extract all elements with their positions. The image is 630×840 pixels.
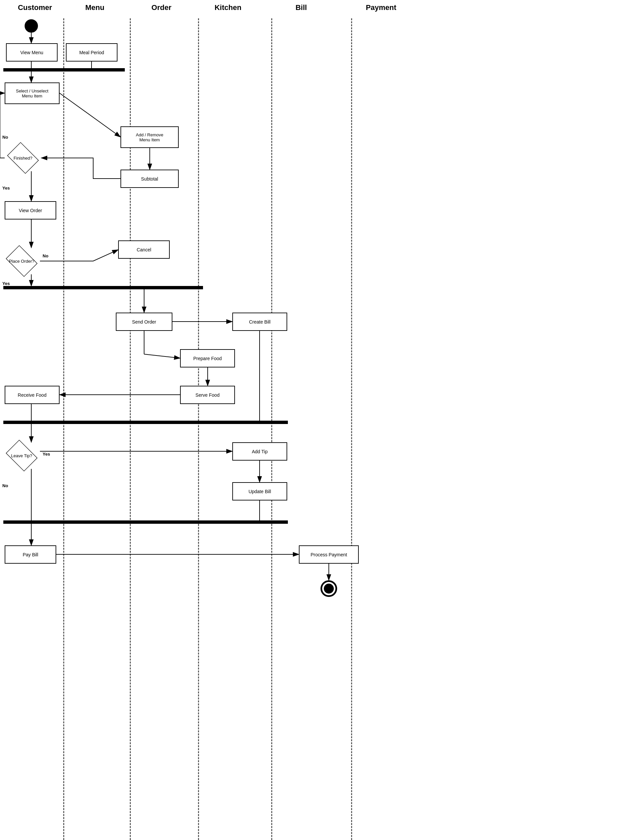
sync-bar-1: [3, 68, 125, 71]
no-label-1: No: [2, 135, 8, 140]
update-bill-box: Update Bill: [232, 482, 287, 501]
finished-diamond: Finished?: [5, 145, 41, 171]
arrows-svg: [0, 0, 630, 840]
no-label-2: No: [43, 253, 48, 258]
swimlane-payment: Payment: [353, 3, 409, 12]
cancel-box: Cancel: [118, 240, 170, 259]
sync-bar-4: [3, 520, 288, 524]
subtotal-box: Subtotal: [120, 170, 179, 188]
swimlane-kitchen: Kitchen: [200, 3, 256, 12]
send-order-box: Send Order: [116, 313, 173, 331]
place-order-diamond: Place Order?: [3, 248, 40, 274]
receive-food-box: Receive Food: [5, 386, 60, 404]
swimlane-line-3: [198, 18, 199, 840]
swimlane-customer: Customer: [7, 3, 63, 12]
swimlane-bill: Bill: [273, 3, 329, 12]
swimlane-line-1: [63, 18, 64, 840]
view-order-box: View Order: [5, 201, 56, 219]
svg-line-13: [144, 354, 180, 358]
yes-label-1: Yes: [2, 186, 9, 191]
yes-label-2: Yes: [2, 281, 9, 286]
swimlane-line-5: [351, 18, 352, 840]
yes-label-3: Yes: [43, 452, 50, 456]
serve-food-box: Serve Food: [180, 386, 235, 404]
start-node: [25, 19, 38, 33]
no-label-3: No: [2, 483, 8, 488]
leave-tip-diamond: Leave Tip?: [3, 442, 40, 469]
meal-period-box: Meal Period: [66, 43, 117, 62]
process-payment-box: Process Payment: [299, 545, 359, 564]
prepare-food-box: Prepare Food: [180, 349, 235, 368]
pay-bill-box: Pay Bill: [5, 545, 56, 564]
sync-bar-2: [3, 286, 203, 289]
swimlane-order: Order: [133, 3, 190, 12]
add-tip-box: Add Tip: [232, 442, 287, 461]
diagram: Customer Menu Order Kitchen Bill Payment…: [0, 0, 630, 840]
create-bill-box: Create Bill: [232, 313, 287, 331]
svg-line-5: [60, 93, 120, 137]
view-menu-box: View Menu: [6, 43, 58, 62]
swimlane-menu: Menu: [66, 3, 123, 12]
end-node: [320, 580, 337, 597]
select-menu-item-box: Select / UnselectMenu Item: [5, 82, 60, 104]
add-remove-menu-box: Add / RemoveMenu Item: [120, 126, 179, 148]
sync-bar-3: [3, 421, 288, 424]
swimlane-line-4: [271, 18, 272, 840]
